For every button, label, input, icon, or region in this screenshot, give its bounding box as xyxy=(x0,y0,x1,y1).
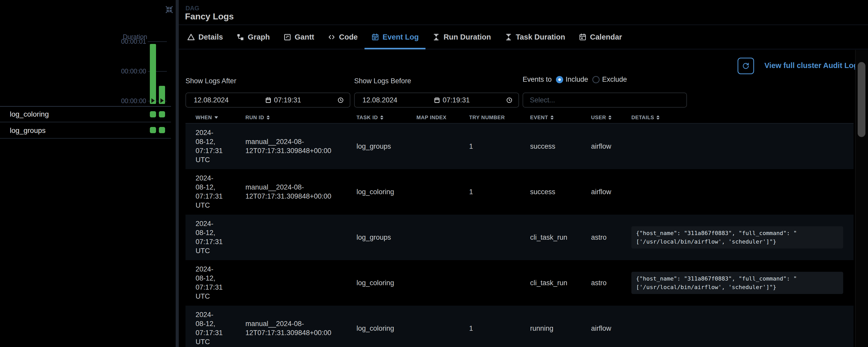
cell-event: cli_task_run xyxy=(525,214,586,260)
cell-when: 2024- 08-12, 07:17:31 UTC xyxy=(185,214,240,260)
cell-event: success xyxy=(525,169,586,214)
sidebar-duration-panel: Duration 00:00:0100:00:0000:00:00 log_co… xyxy=(0,0,176,347)
warning-triangle-icon xyxy=(187,33,195,41)
table-row: 2024- 08-12, 07:17:31 UTC manual__2024-0… xyxy=(185,124,854,169)
radio-exclude[interactable]: Exclude xyxy=(592,76,627,84)
cell-task-id: log_groups xyxy=(351,214,411,260)
details-json: {"host_name": "311a867f0883", "full_comm… xyxy=(631,272,843,294)
cell-map-index xyxy=(411,260,464,306)
table-header-row: WHENRUN IDTASK IDMAP INDEXTRY NUMBEREVEN… xyxy=(185,112,854,124)
hourglass-icon xyxy=(432,33,440,41)
sort-icon xyxy=(380,115,383,120)
panel-divider[interactable] xyxy=(176,0,179,347)
sort-icon xyxy=(609,115,612,120)
radio-exclude-dot[interactable] xyxy=(592,76,599,83)
event-type-select[interactable]: Select... xyxy=(523,93,687,108)
date-value[interactable]: 12.08.2024 xyxy=(194,96,228,104)
column-header-event[interactable]: EVENT xyxy=(525,115,586,120)
cell-try-number xyxy=(464,260,525,306)
tab-label: Gantt xyxy=(295,33,314,41)
tab-label: Event Log xyxy=(382,33,419,41)
vertical-scrollbar-track[interactable] xyxy=(855,50,868,347)
tab-label: Code xyxy=(339,33,358,41)
time-value[interactable]: 07:19:31 xyxy=(274,96,301,104)
radio-include-dot[interactable] xyxy=(556,76,563,83)
refresh-button[interactable] xyxy=(738,58,754,74)
column-header-user[interactable]: USER xyxy=(586,115,626,120)
event-log-icon xyxy=(371,33,379,41)
task-instance-square-success[interactable] xyxy=(150,111,156,117)
tab-details[interactable]: Details xyxy=(180,25,230,49)
table-row: 2024- 08-12, 07:17:31 UTC log_groups cli… xyxy=(185,214,854,260)
hourglass-icon xyxy=(504,33,513,41)
cell-user: airflow xyxy=(586,306,626,347)
cell-details xyxy=(626,169,854,214)
clock-icon[interactable] xyxy=(337,97,344,104)
task-row-log_groups[interactable]: log_groups xyxy=(0,123,171,139)
cell-details xyxy=(626,306,854,347)
logs-after-datetime-input[interactable]: 12.08.2024 07:19:31 xyxy=(185,93,350,108)
sort-icon xyxy=(656,115,659,120)
cell-user: astro xyxy=(586,260,626,306)
column-label: TASK ID xyxy=(356,115,378,120)
date-value[interactable]: 12.08.2024 xyxy=(363,96,397,104)
tab-task-duration[interactable]: Task Duration xyxy=(498,25,572,49)
vertical-scrollbar-thumb[interactable] xyxy=(858,62,865,137)
collapse-arrows-icon xyxy=(164,5,174,14)
cell-map-index xyxy=(411,214,464,260)
column-header-map-index: MAP INDEX xyxy=(411,115,464,120)
radio-include-label: Include xyxy=(566,76,588,84)
sort-icon xyxy=(551,115,554,120)
column-label: DETAILS xyxy=(631,115,654,120)
tab-gantt[interactable]: Gantt xyxy=(277,25,321,49)
show-logs-before-label: Show Logs Before xyxy=(354,77,411,85)
cell-when: 2024- 08-12, 07:17:31 UTC xyxy=(185,124,240,169)
cell-details: {"host_name": "311a867f0883", "full_comm… xyxy=(626,214,854,260)
tab-event-log[interactable]: Event Log xyxy=(365,25,426,49)
column-label: MAP INDEX xyxy=(416,115,446,120)
collapse-panel-button[interactable] xyxy=(164,5,174,14)
view-audit-log-link[interactable]: View full cluster Audit Log xyxy=(765,61,858,70)
page-title: Fancy Logs xyxy=(185,11,234,22)
chart-y-tick: 00:00:00 xyxy=(83,97,146,105)
time-value[interactable]: 07:19:31 xyxy=(443,96,470,104)
task-instance-square-success[interactable] xyxy=(159,111,165,117)
column-header-details[interactable]: DETAILS xyxy=(626,115,854,120)
cell-run-id xyxy=(240,260,351,306)
column-header-run-id[interactable]: RUN ID xyxy=(240,115,351,120)
radio-include[interactable]: Include xyxy=(556,76,588,84)
gantt-icon xyxy=(283,33,291,41)
cell-try-number: 1 xyxy=(464,124,525,169)
main-content: DAG Fancy Logs DetailsGraphGanttCodeEven… xyxy=(179,0,868,347)
cell-task-id: log_groups xyxy=(351,124,411,169)
run-marker-icon xyxy=(151,98,155,103)
tab-calendar[interactable]: Calendar xyxy=(572,25,629,49)
clock-icon[interactable] xyxy=(506,97,513,104)
cell-map-index xyxy=(411,306,464,347)
cell-try-number: 1 xyxy=(464,306,525,347)
code-icon xyxy=(328,33,336,41)
calendar-small-icon[interactable] xyxy=(433,97,440,104)
run-marker-icon xyxy=(160,98,164,103)
duration-bar-log_coloring[interactable] xyxy=(150,44,156,104)
sort-icon xyxy=(267,115,270,120)
audit-log-table: WHENRUN IDTASK IDMAP INDEXTRY NUMBEREVEN… xyxy=(185,112,854,347)
tab-graph[interactable]: Graph xyxy=(230,25,276,49)
cell-user: astro xyxy=(586,214,626,260)
cell-event: running xyxy=(525,306,586,347)
tab-code[interactable]: Code xyxy=(321,25,365,49)
cell-run-id xyxy=(240,214,351,260)
logs-before-datetime-input[interactable]: 12.08.2024 07:19:31 xyxy=(354,93,519,108)
column-header-when[interactable]: WHEN xyxy=(185,115,240,120)
calendar-small-icon[interactable] xyxy=(265,97,272,104)
tab-run-duration[interactable]: Run Duration xyxy=(426,25,498,49)
column-header-task-id[interactable]: TASK ID xyxy=(351,115,411,120)
cell-run-id: manual__2024-08- 12T07:17:31.309848+00:0… xyxy=(240,306,351,347)
task-instance-square-success[interactable] xyxy=(159,127,165,133)
cell-run-id: manual__2024-08- 12T07:17:31.309848+00:0… xyxy=(240,169,351,214)
tab-label: Calendar xyxy=(590,33,622,41)
task-instance-square-success[interactable] xyxy=(150,127,156,133)
table-row: 2024- 08-12, 07:17:31 UTC manual__2024-0… xyxy=(185,306,854,347)
task-row-log_coloring[interactable]: log_coloring xyxy=(0,107,171,122)
radio-exclude-label: Exclude xyxy=(602,76,627,84)
